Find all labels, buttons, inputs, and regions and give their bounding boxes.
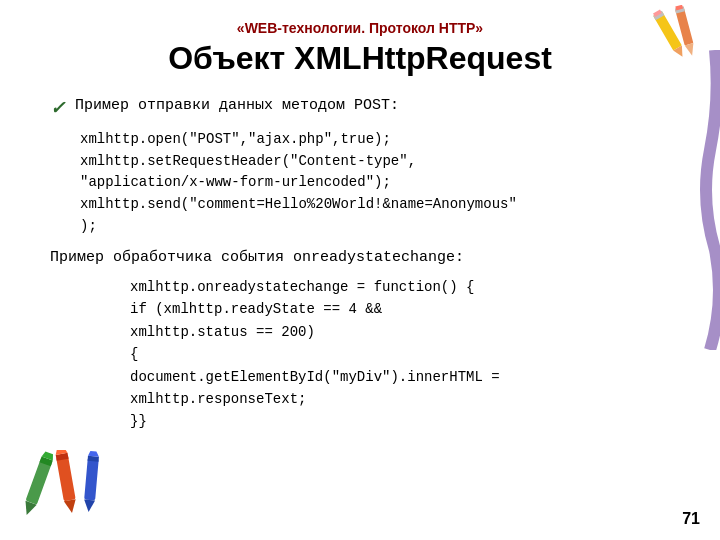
svg-marker-9	[21, 501, 37, 517]
svg-rect-10	[39, 457, 52, 467]
svg-rect-12	[56, 455, 76, 501]
slide-container: «WEB-технологии. Протокол HTTP» Объект X…	[0, 0, 720, 540]
code-line-2-7: }}	[130, 410, 670, 432]
svg-marker-17	[83, 500, 95, 513]
svg-rect-18	[88, 456, 99, 462]
section-label-2: Пример обработчика события onreadystatec…	[50, 247, 670, 270]
swirl-decoration-right	[690, 50, 720, 350]
code-line-2-1: xmlhttp.onreadystatechange = function() …	[130, 276, 670, 298]
svg-rect-3	[653, 10, 662, 17]
code-line-2-2: if (xmlhttp.readyState == 4 &&	[130, 298, 670, 320]
svg-rect-16	[84, 458, 99, 501]
svg-rect-6	[675, 6, 685, 13]
bullet-item-1: ✓ Пример отправки данных методом POST:	[50, 95, 670, 119]
code-line-2-4: {	[130, 343, 670, 365]
svg-marker-19	[88, 451, 99, 457]
code-line-2-5: document.getElementById("myDiv").innerHT…	[130, 366, 670, 388]
code-line-1-4: xmlhttp.send("comment=Hello%20World!&nam…	[80, 194, 670, 216]
code-block-1: xmlhttp.open("POST","ajax.php",true); xm…	[80, 129, 670, 237]
page-number: 71	[682, 510, 700, 528]
code-line-2-3: xmlhttp.status == 200)	[130, 321, 670, 343]
svg-rect-14	[56, 453, 69, 461]
code-line-1-1: xmlhttp.open("POST","ajax.php",true);	[80, 129, 670, 151]
content-area: ✓ Пример отправки данных методом POST: x…	[40, 95, 680, 433]
svg-rect-8	[25, 458, 52, 504]
slide-subtitle: «WEB-технологии. Протокол HTTP»	[40, 20, 680, 36]
checkmark-icon: ✓	[50, 97, 65, 119]
svg-marker-5	[685, 43, 697, 57]
svg-marker-15	[55, 450, 68, 455]
svg-marker-13	[64, 499, 78, 514]
code-line-1-2: xmlhttp.setRequestHeader("Content-type",	[80, 151, 670, 173]
svg-rect-7	[675, 5, 683, 10]
svg-rect-2	[653, 11, 664, 20]
code-line-1-5: );	[80, 216, 670, 238]
slide-title: Объект XMLHttpRequest	[40, 40, 680, 77]
svg-marker-11	[42, 451, 55, 461]
crayons-decoration-bottom-left	[10, 450, 110, 530]
code-block-2: xmlhttp.onreadystatechange = function() …	[130, 276, 670, 433]
code-line-1-3: "application/x-www-form-urlencoded");	[80, 172, 670, 194]
bullet-text-1: Пример отправки данных методом POST:	[75, 95, 399, 118]
code-line-2-6: xmlhttp.responseText;	[130, 388, 670, 410]
